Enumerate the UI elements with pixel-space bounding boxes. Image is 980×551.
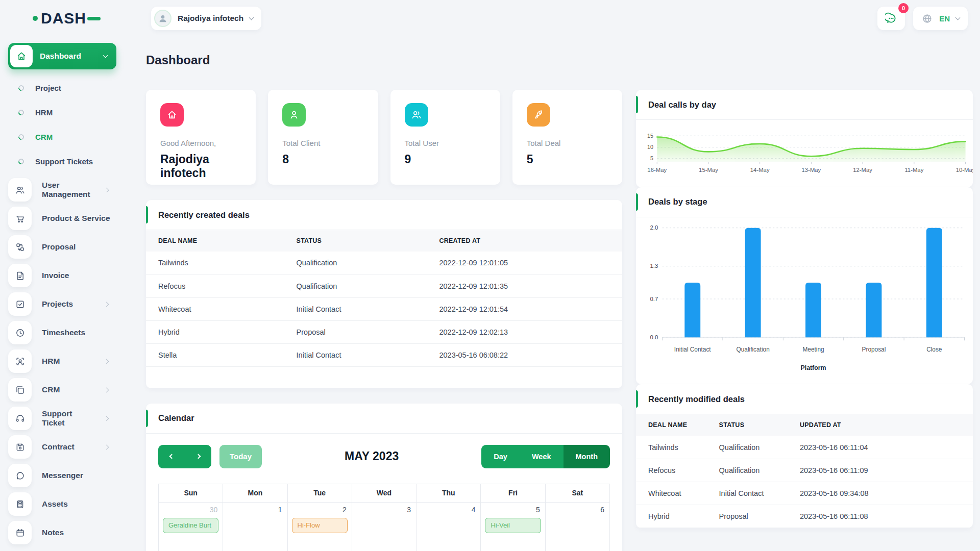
circle-bullet-icon [17, 157, 26, 165]
chevron-right-icon [195, 454, 201, 459]
workspace-switcher[interactable]: Rajodiya infotech [151, 7, 261, 30]
sidebar-item-proposal[interactable]: Proposal [8, 233, 116, 261]
sidebar-item-hrm[interactable]: HRM [8, 347, 116, 375]
view-day-button[interactable]: Day [481, 445, 520, 468]
weekday-header: Wed [352, 484, 416, 503]
sidebar-item-contract[interactable]: Contract [8, 433, 116, 461]
table-cell: Hybrid [146, 320, 284, 343]
calculator-icon [15, 499, 26, 510]
svg-text:5: 5 [650, 155, 653, 161]
sidebar-item-messenger[interactable]: Messenger [8, 461, 116, 490]
calendar-day-cell[interactable]: 6 [546, 503, 610, 551]
users-icon [411, 109, 422, 120]
table-cell: 2023-05-16 06:11:08 [788, 505, 973, 528]
deals-by-stage-card: Deals by stage 0.00.71.32.0Initial Conta… [636, 187, 973, 385]
calendar-event[interactable]: Hi-Flow [292, 518, 348, 533]
sidebar-item-projects[interactable]: Projects [8, 290, 116, 318]
svg-text:16-May: 16-May [647, 167, 667, 173]
home-icon [166, 109, 178, 120]
cart-icon [15, 213, 26, 224]
sidebar-subitem-crm[interactable]: CRM [8, 124, 116, 149]
calendar-next-button[interactable] [185, 445, 211, 468]
sidebar-subitem-project[interactable]: Project [8, 76, 116, 100]
column-header: UPDATED AT [788, 414, 973, 436]
deals-by-stage-chart: 0.00.71.32.0Initial ContactQualification… [636, 217, 973, 380]
svg-text:15-May: 15-May [699, 167, 718, 173]
table-cell: 2023-05-16 06:08:22 [427, 343, 622, 366]
main-content: Dashboard Good Afternoon, Rajodiya infot… [124, 37, 980, 551]
check-square-icon [15, 299, 26, 310]
calendar-day-cell[interactable]: 3 [352, 503, 416, 551]
calendar-day-cell[interactable]: 5Hi-Veil [481, 503, 545, 551]
table-cell: 2022-12-09 12:01:54 [427, 297, 622, 320]
table-row: WhitecoatInitial Contact2023-05-16 09:34… [636, 482, 973, 505]
language-selector[interactable]: EN [913, 7, 968, 30]
circle-bullet-icon [17, 133, 26, 141]
svg-text:10: 10 [647, 144, 653, 150]
table-cell: Initial Contact [707, 482, 788, 505]
brand-logo[interactable]: DASH [33, 10, 151, 27]
svg-text:Qualification: Qualification [737, 346, 770, 353]
page-title: Dashboard [146, 53, 973, 67]
accent-bar [636, 96, 638, 113]
messages-button[interactable]: 0 [877, 7, 905, 30]
calendar-day-cell[interactable]: 30Geraldine Burt [159, 503, 223, 551]
recent-created-table: DEAL NAMESTATUSCREATED AT TailwindsQuali… [146, 230, 622, 367]
accent-bar [636, 193, 638, 211]
svg-text:14-May: 14-May [750, 167, 770, 173]
calendar-day-cell[interactable]: 1 [223, 503, 287, 551]
chevron-right-icon [105, 188, 109, 192]
view-month-button[interactable]: Month [564, 445, 610, 468]
table-cell: Refocus [146, 274, 284, 297]
column-header: STATUS [707, 414, 788, 436]
sidebar-item-assets[interactable]: Assets [8, 490, 116, 518]
sidebar: Dashboard ProjectHRMCRMSupport Tickets U… [0, 37, 124, 551]
section-title: Deals by stage [648, 197, 707, 207]
sidebar-item-support-ticket[interactable]: Support Ticket [8, 404, 116, 433]
today-button[interactable]: Today [219, 445, 262, 468]
calendar-event[interactable]: Geraldine Burt [163, 518, 218, 533]
table-cell: 2022-12-09 12:01:35 [427, 274, 622, 297]
sidebar-item-invoice[interactable]: Invoice [8, 261, 116, 290]
column-header: DEAL NAME [636, 414, 707, 436]
column-header: DEAL NAME [146, 230, 284, 252]
sidebar-item-crm[interactable]: CRM [8, 375, 116, 404]
table-row: TailwindsQualification2022-12-09 12:01:0… [146, 252, 622, 274]
table-cell: Hybrid [636, 505, 707, 528]
stat-card-3: Total Deal 5 [512, 90, 622, 185]
table-cell: Qualification [284, 274, 427, 297]
chevron-down-icon [955, 15, 961, 20]
calendar-day-cell[interactable]: 2Hi-Flow [288, 503, 352, 551]
sidebar-item-product-service[interactable]: Product & Service [8, 204, 116, 233]
stat-card-1: Total Client 8 [268, 90, 378, 185]
sidebar-item-notes[interactable]: Notes [8, 518, 116, 547]
users-icon [15, 185, 26, 195]
swap-icon [15, 242, 26, 253]
table-row: RefocusQualification2023-05-16 06:11:09 [636, 459, 973, 482]
sidebar-subitem-support-tickets[interactable]: Support Tickets [8, 149, 116, 173]
messages-badge: 0 [898, 3, 909, 13]
calendar-event[interactable]: Hi-Veil [485, 518, 541, 533]
view-week-button[interactable]: Week [520, 445, 564, 468]
table-row: RefocusQualification2022-12-09 12:01:35 [146, 274, 622, 297]
chat-dots-icon [885, 12, 897, 24]
calendar-day-cell[interactable]: 4 [416, 503, 481, 551]
language-code: EN [939, 14, 950, 23]
weekday-header: Tue [288, 484, 352, 503]
calendar-view-switcher: Day Week Month [481, 445, 610, 468]
sidebar-item-timesheets[interactable]: Timesheets [8, 318, 116, 347]
sidebar-item-dashboard[interactable]: Dashboard [8, 43, 116, 69]
table-cell: Whitecoat [146, 297, 284, 320]
rocket-icon [533, 109, 544, 120]
clock-icon [15, 328, 26, 338]
sidebar-subitem-hrm[interactable]: HRM [8, 100, 116, 124]
svg-text:12-May: 12-May [853, 167, 872, 173]
calendar-icon [15, 528, 26, 538]
calendar-prev-button[interactable] [158, 445, 185, 468]
sidebar-item-user-management[interactable]: User Management [8, 176, 116, 204]
table-cell: Initial Contact [284, 297, 427, 320]
stat-card-2: Total User 9 [390, 90, 500, 185]
table-row: HybridProposal2022-12-09 12:02:13 [146, 320, 622, 343]
save-icon [15, 442, 26, 453]
svg-text:Proposal: Proposal [862, 346, 886, 353]
